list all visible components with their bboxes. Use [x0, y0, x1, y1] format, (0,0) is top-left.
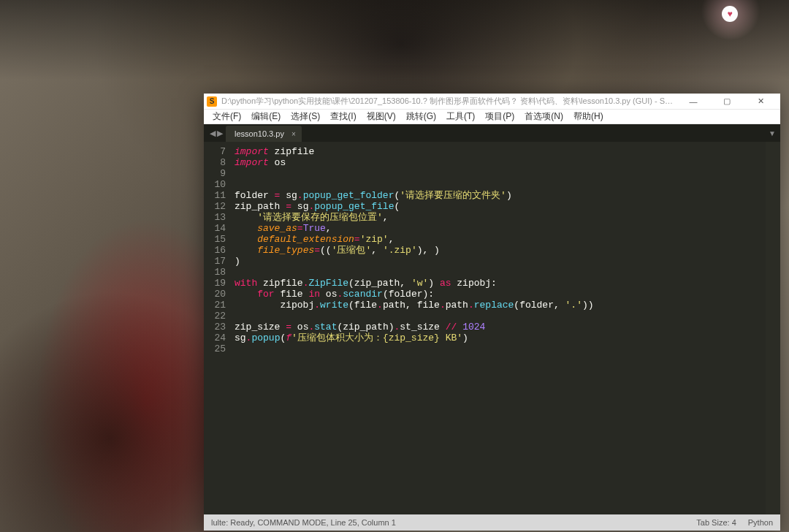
code-line[interactable]: file_types=(('压缩包', '.zip'), ) — [235, 245, 766, 256]
code-line[interactable]: sg.popup(f'压缩包体积大小为：{zip_size} KB') — [235, 332, 766, 343]
code-line[interactable]: for file in os.scandir(folder): — [235, 289, 766, 300]
tabbar: ◀ ▶ lesson10.3.py × ▼ — [204, 124, 780, 142]
code-line[interactable]: zip_path = sg.popup_get_file( — [235, 201, 766, 212]
editor[interactable]: 78910111213141516171819202122232425 impo… — [204, 142, 780, 514]
tab-nav-next-icon[interactable]: ▶ — [217, 129, 223, 138]
line-number: 12 — [204, 201, 226, 212]
menu-selection[interactable]: 选择(S) — [286, 110, 324, 123]
minimize-button[interactable]: — — [676, 94, 710, 110]
menu-edit[interactable]: 编辑(E) — [247, 110, 285, 123]
maximize-button[interactable]: ▢ — [710, 94, 744, 110]
app-icon: S — [207, 96, 217, 107]
line-number: 8 — [204, 157, 226, 168]
tab-label: lesson10.3.py — [235, 129, 284, 138]
code-line[interactable]: folder = sg.popup_get_folder('请选择要压缩的文件夹… — [235, 190, 766, 201]
menu-tools[interactable]: 工具(T) — [442, 110, 479, 123]
line-number: 14 — [204, 223, 226, 234]
tab-nav-prev-icon[interactable]: ◀ — [210, 129, 216, 138]
menu-project[interactable]: 项目(P) — [481, 110, 519, 123]
line-number: 9 — [204, 168, 226, 179]
tab-close-icon[interactable]: × — [291, 130, 296, 138]
menu-find[interactable]: 查找(I) — [326, 110, 360, 123]
code-line[interactable]: import os — [235, 157, 766, 168]
titlebar[interactable]: S D:\python学习\python实用技能\课件\201207_15380… — [204, 94, 780, 110]
code-line[interactable] — [235, 168, 766, 179]
tab-lesson10-3[interactable]: lesson10.3.py × — [226, 126, 302, 142]
window-title: D:\python学习\python实用技能\课件\201207_153806-… — [221, 96, 676, 107]
code-area[interactable]: import zipfileimport osfolder = sg.popup… — [230, 142, 766, 514]
line-number: 19 — [204, 278, 226, 289]
code-line[interactable] — [235, 311, 766, 322]
line-number: 11 — [204, 190, 226, 201]
code-line[interactable]: '请选择要保存的压缩包位置', — [235, 212, 766, 223]
code-line[interactable]: import zipfile — [235, 146, 766, 157]
code-line[interactable] — [235, 179, 766, 190]
close-button[interactable]: ✕ — [744, 94, 777, 110]
line-number: 16 — [204, 245, 226, 256]
code-line[interactable]: zip_size = os.stat(zip_path).st_size // … — [235, 322, 766, 332]
line-number: 21 — [204, 300, 226, 311]
line-number: 18 — [204, 267, 226, 278]
sublime-window: S D:\python学习\python实用技能\课件\201207_15380… — [204, 94, 780, 531]
line-number: 20 — [204, 289, 226, 300]
line-number: 17 — [204, 256, 226, 267]
menu-file[interactable]: 文件(F) — [208, 110, 245, 123]
line-number: 7 — [204, 146, 226, 157]
code-line[interactable]: zipobj.write(file.path, file.path.replac… — [235, 300, 766, 311]
code-line[interactable] — [235, 343, 766, 354]
code-line[interactable] — [235, 267, 766, 278]
line-number: 23 — [204, 322, 226, 332]
line-number: 13 — [204, 212, 226, 223]
menu-goto[interactable]: 跳转(G) — [402, 110, 441, 123]
tab-dropdown-icon[interactable]: ▼ — [769, 129, 776, 137]
menubar: 文件(F) 编辑(E) 选择(S) 查找(I) 视图(V) 跳转(G) 工具(T… — [204, 110, 780, 124]
status-syntax[interactable]: Python — [748, 518, 773, 527]
code-line[interactable]: with zipfile.ZipFile(zip_path, 'w') as z… — [235, 278, 766, 289]
code-line[interactable]: default_extension='zip', — [235, 234, 766, 245]
menu-help[interactable]: 帮助(H) — [569, 110, 608, 123]
line-number: 10 — [204, 179, 226, 190]
desktop-heart-icon: ♥ — [722, 6, 738, 22]
menu-preferences[interactable]: 首选项(N) — [520, 110, 568, 123]
tab-nav: ◀ ▶ — [207, 124, 226, 142]
code-line[interactable]: save_as=True, — [235, 223, 766, 234]
line-number: 25 — [204, 343, 226, 354]
line-number-gutter: 78910111213141516171819202122232425 — [204, 142, 230, 514]
window-controls: — ▢ ✕ — [676, 94, 777, 110]
line-number: 15 — [204, 234, 226, 245]
statusbar: lulte: Ready, COMMAND MODE, Line 25, Col… — [204, 514, 780, 531]
code-line[interactable]: ) — [235, 256, 766, 267]
minimap[interactable] — [766, 142, 780, 514]
status-left: lulte: Ready, COMMAND MODE, Line 25, Col… — [211, 518, 685, 527]
status-tab-size[interactable]: Tab Size: 4 — [696, 518, 736, 527]
line-number: 22 — [204, 311, 226, 322]
menu-view[interactable]: 视图(V) — [362, 110, 400, 123]
line-number: 24 — [204, 332, 226, 343]
